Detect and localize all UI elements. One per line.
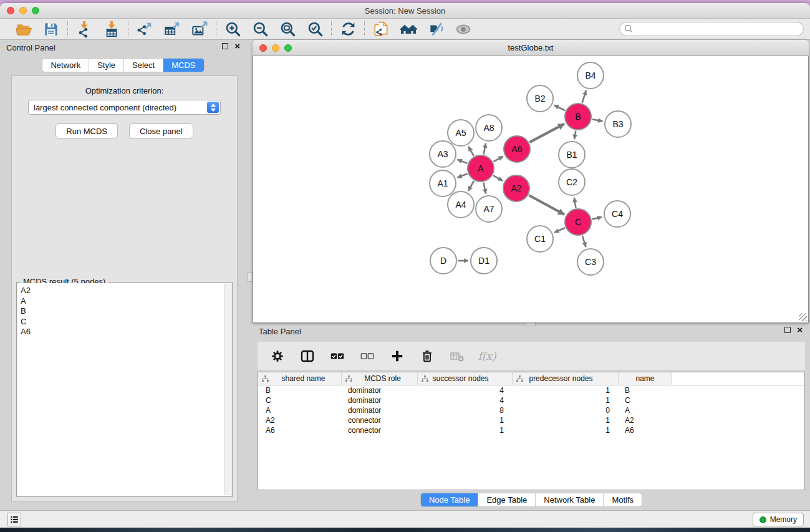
tab-network-table[interactable]: Network Table	[535, 493, 603, 506]
table-row[interactable]: B dominator 4 1 B	[258, 385, 804, 395]
mcds-result-list[interactable]: A2 A B C A6	[17, 283, 231, 496]
graph-edge-A-A2[interactable]	[493, 175, 503, 181]
result-item[interactable]: C	[21, 317, 231, 327]
result-item[interactable]: A2	[21, 286, 231, 296]
result-item[interactable]: B	[21, 306, 231, 317]
graph-edge-C-C1[interactable]	[554, 228, 565, 233]
open-session-doc-icon[interactable]	[372, 21, 390, 38]
graph-edge-B-B4[interactable]	[582, 90, 586, 103]
zoom-selected-icon[interactable]	[306, 21, 324, 38]
graph-edge-C-C2[interactable]	[574, 198, 576, 208]
graph-edge-C-C4[interactable]	[592, 217, 602, 219]
graph-edge-B-B2[interactable]	[554, 105, 566, 110]
control-panel-close-icon[interactable]: ×	[234, 43, 240, 49]
graph-node-D1[interactable]: D1	[470, 247, 498, 274]
run-mcds-button[interactable]: Run MCDS	[55, 123, 118, 138]
graph-edge-A-A6[interactable]	[493, 157, 503, 162]
table-row[interactable]: A2 connector 1 1 A2	[258, 415, 804, 425]
column-header-predecessor-nodes[interactable]: predecessor nodes	[513, 372, 619, 385]
memory-button[interactable]: Memory	[753, 513, 804, 526]
close-panel-button[interactable]: Close panel	[129, 123, 193, 138]
export-network-icon[interactable]	[136, 21, 153, 38]
resize-grip[interactable]	[799, 313, 807, 321]
home-overview-icon[interactable]	[400, 21, 417, 38]
search-input[interactable]	[619, 22, 804, 36]
graph-node-B1[interactable]: B1	[558, 141, 586, 168]
network-canvas[interactable]: B4B2BB3A8A5A6A3B1AC2A1A2A4A7C4CC1DD1C3	[253, 56, 809, 323]
graph-edge-A-A8[interactable]	[484, 143, 486, 155]
graph-node-A2[interactable]: A2	[503, 175, 530, 202]
tab-motifs[interactable]: Motifs	[603, 493, 642, 506]
task-history-button[interactable]	[7, 513, 21, 526]
table-row[interactable]: A6 connector 1 1 A6	[258, 425, 804, 435]
table-panel-float-icon[interactable]	[784, 327, 791, 333]
save-session-icon[interactable]	[42, 21, 60, 38]
graph-node-A3[interactable]: A3	[429, 140, 456, 168]
result-item[interactable]: A	[21, 296, 231, 307]
select-all-columns-icon[interactable]	[330, 349, 345, 364]
tab-style[interactable]: Style	[89, 59, 123, 72]
graph-node-D[interactable]: D	[430, 247, 457, 274]
graph-edge-A6-B[interactable]	[529, 124, 564, 143]
graph-edge-A-A5[interactable]	[468, 147, 474, 156]
graph-node-B4[interactable]: B4	[577, 62, 604, 89]
export-table-icon[interactable]	[163, 21, 181, 38]
graph-node-A7[interactable]: A7	[475, 195, 503, 223]
import-table-icon[interactable]	[103, 21, 120, 38]
graph-edge-A-A4[interactable]	[468, 181, 474, 191]
show-column-icon[interactable]	[300, 349, 315, 364]
column-header-mcds-role[interactable]: MCDS role	[342, 372, 418, 385]
unselect-all-columns-icon[interactable]	[360, 349, 375, 364]
hide-labels-icon[interactable]	[427, 21, 445, 38]
graph-node-A5[interactable]: A5	[447, 119, 475, 147]
tab-node-table[interactable]: Node Table	[421, 493, 478, 506]
result-item[interactable]: A6	[21, 327, 231, 337]
graph-edge-C-C3[interactable]	[582, 236, 586, 247]
show-details-eye-icon[interactable]	[455, 21, 472, 38]
table-row[interactable]: A dominator 8 0 A	[258, 405, 804, 415]
graph-node-A6[interactable]: A6	[503, 135, 531, 163]
graph-node-C[interactable]: C	[564, 208, 592, 236]
graph-node-C2[interactable]: C2	[558, 168, 586, 196]
graph-node-C1[interactable]: C1	[526, 225, 554, 253]
graph-node-A[interactable]: A	[467, 155, 494, 182]
graph-edge-A-A3[interactable]	[457, 160, 467, 163]
table-panel-close-icon[interactable]: ×	[797, 327, 803, 333]
column-header-shared-name[interactable]: shared name	[258, 372, 342, 385]
tab-edge-table[interactable]: Edge Table	[478, 493, 535, 506]
delete-columns-trash-icon[interactable]	[420, 349, 435, 364]
tab-network[interactable]: Network	[42, 59, 89, 72]
apply-layout-icon[interactable]	[339, 21, 357, 38]
tab-select[interactable]: Select	[123, 59, 163, 72]
graph-node-C3[interactable]: C3	[577, 248, 604, 276]
zoom-in-icon[interactable]	[224, 21, 241, 38]
zoom-fit-icon[interactable]	[279, 21, 296, 38]
criterion-select[interactable]: largest connected component (directed)	[28, 100, 221, 115]
delete-table-icon[interactable]	[450, 349, 465, 364]
graph-edge-A-A1[interactable]	[457, 173, 467, 177]
graph-edge-A-A7[interactable]	[484, 183, 486, 194]
control-panel-float-icon[interactable]	[222, 43, 228, 49]
function-builder-icon[interactable]: f(x)	[480, 349, 494, 364]
open-session-icon[interactable]	[15, 21, 32, 38]
table-row[interactable]: C dominator 4 1 C	[258, 395, 804, 405]
node-table[interactable]: shared name MCDS role successor nodes pr…	[258, 372, 805, 490]
export-image-icon[interactable]	[191, 21, 208, 38]
column-header-successor-nodes[interactable]: successor nodes	[418, 372, 513, 385]
graph-node-C4[interactable]: C4	[604, 200, 631, 228]
graph-node-B3[interactable]: B3	[604, 110, 632, 138]
splitter-handle[interactable]	[248, 272, 253, 282]
tab-mcds[interactable]: MCDS	[163, 59, 203, 72]
graph-edge-B-B1[interactable]	[574, 131, 576, 140]
graph-node-A4[interactable]: A4	[447, 191, 475, 218]
import-network-icon[interactable]	[75, 21, 93, 38]
graph-node-B2[interactable]: B2	[526, 85, 554, 112]
zoom-out-icon[interactable]	[251, 21, 269, 38]
graph-edge-A2-C[interactable]	[529, 195, 564, 215]
table-settings-gear-icon[interactable]	[270, 349, 285, 364]
result-scrollbar[interactable]	[224, 284, 231, 495]
graph-node-A8[interactable]: A8	[475, 114, 503, 142]
graph-node-B[interactable]: B	[564, 103, 592, 130]
add-column-plus-icon[interactable]	[390, 349, 405, 364]
column-header-name[interactable]: name	[619, 372, 672, 385]
